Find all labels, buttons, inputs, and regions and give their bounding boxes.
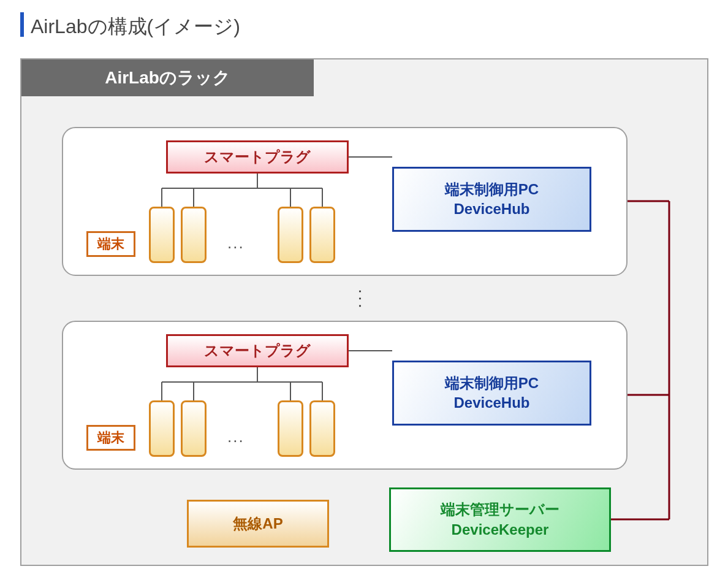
heading-accent — [20, 12, 24, 37]
rack-unit-1: スマートプラグ 端末 ... 端末制御用PC DeviceHub — [62, 127, 628, 276]
page-title: AirLabの構成(イメージ) — [31, 13, 240, 40]
terminal-label: 端末 — [86, 231, 135, 257]
terminal-slot — [309, 207, 335, 263]
terminal-slot — [278, 207, 303, 263]
dots-icon: ... — [227, 234, 245, 253]
terminal-label: 端末 — [86, 425, 135, 451]
wireless-ap-box: 無線AP — [187, 500, 329, 548]
device-hub-box: 端末制御用PC DeviceHub — [392, 361, 591, 426]
dots-icon: ... — [227, 427, 245, 446]
device-keeper-line2: DeviceKeeper — [452, 520, 549, 540]
terminal-slot — [181, 400, 207, 457]
device-keeper-line1: 端末管理サーバー — [441, 500, 559, 519]
device-hub-line1: 端末制御用PC — [445, 373, 539, 393]
vertical-dots-icon: ... — [355, 289, 374, 310]
device-hub-line2: DeviceHub — [453, 199, 529, 219]
terminal-slot — [278, 400, 303, 457]
rack-tab: AirLabのラック — [21, 59, 314, 96]
rack-unit-2: スマートプラグ 端末 ... 端末制御用PC DeviceHub — [62, 321, 628, 470]
device-hub-line1: 端末制御用PC — [445, 180, 539, 199]
smart-plug-box: スマートプラグ — [166, 334, 349, 367]
diagram-frame: AirLabのラック スマートプラグ 端末 ... — [20, 58, 708, 566]
terminal-slot — [181, 207, 207, 263]
terminal-slot — [149, 400, 175, 457]
terminal-slot — [309, 400, 335, 457]
device-keeper-box: 端末管理サーバー DeviceKeeper — [389, 487, 611, 552]
device-hub-box: 端末制御用PC DeviceHub — [392, 167, 591, 232]
device-hub-line2: DeviceHub — [453, 393, 529, 413]
smart-plug-box: スマートプラグ — [166, 140, 349, 174]
terminal-slot — [149, 207, 175, 263]
